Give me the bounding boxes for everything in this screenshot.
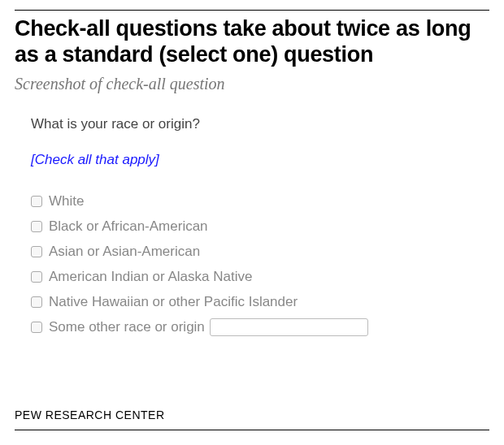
option-label: Some other race or origin <box>49 319 205 335</box>
source-label: PEW RESEARCH CENTER <box>15 408 489 421</box>
chart-title: Check-all questions take about twice as … <box>15 15 489 68</box>
option-row[interactable]: Black or African-American <box>31 218 489 235</box>
checkbox-icon[interactable] <box>31 196 42 207</box>
top-rule <box>15 10 489 11</box>
footer-area: PEW RESEARCH CENTER <box>15 408 489 430</box>
survey-question: What is your race or origin? <box>31 116 489 132</box>
checkbox-icon[interactable] <box>31 322 42 333</box>
chart-subtitle: Screenshot of check-all question <box>15 75 489 93</box>
option-row[interactable]: White <box>31 192 489 210</box>
option-row[interactable]: Some other race or origin <box>31 318 489 336</box>
survey-area: What is your race or origin? [Check all … <box>15 116 489 336</box>
option-label: Black or African-American <box>49 218 208 235</box>
checkbox-icon[interactable] <box>31 246 42 257</box>
option-row[interactable]: Native Hawaiian or other Pacific Islande… <box>31 293 489 311</box>
option-label: Native Hawaiian or other Pacific Islande… <box>49 294 298 310</box>
bottom-rule <box>15 430 489 430</box>
option-label: Asian or Asian-American <box>49 244 200 260</box>
option-row[interactable]: Asian or Asian-American <box>31 243 489 261</box>
survey-instruction: [Check all that apply] <box>31 152 489 168</box>
option-row[interactable]: American Indian or Alaska Native <box>31 268 489 286</box>
checkbox-icon[interactable] <box>31 296 42 308</box>
option-label: White <box>49 193 84 210</box>
other-race-input[interactable] <box>210 318 368 336</box>
option-label: American Indian or Alaska Native <box>49 269 252 285</box>
checkbox-icon[interactable] <box>31 221 42 232</box>
checkbox-icon[interactable] <box>31 271 42 283</box>
